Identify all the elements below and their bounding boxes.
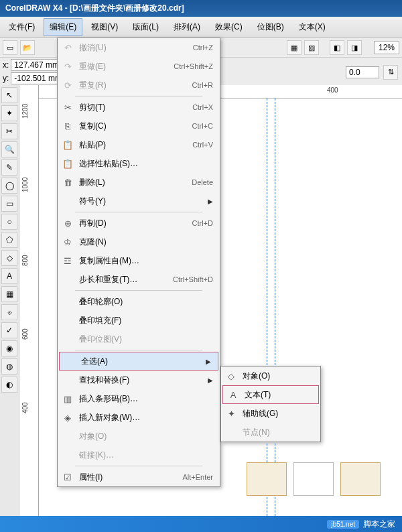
edit-item-6[interactable]: 📋粘贴(P)Ctrl+V bbox=[58, 135, 220, 154]
menu-item-label: 链接(K)… bbox=[75, 450, 213, 461]
pick-tool-icon[interactable]: ↖ bbox=[1, 87, 17, 103]
edit-item-9[interactable]: 符号(Y)▶ bbox=[58, 192, 220, 210]
open-icon[interactable]: 📂 bbox=[20, 40, 35, 55]
selectall-item-1[interactable]: A文本(T) bbox=[222, 385, 319, 404]
edit-item-8[interactable]: 🗑删除(L)Delete bbox=[58, 173, 220, 192]
menu-item-label: 符号(Y) bbox=[75, 196, 208, 207]
edit-item-20[interactable]: 全选(A)▶ bbox=[59, 352, 218, 371]
menu-item-icon: ☲ bbox=[60, 256, 75, 266]
edit-item-0: ↶撤消(U)Ctrl+Z bbox=[58, 38, 220, 57]
outline-tool-icon[interactable]: ◉ bbox=[1, 340, 17, 356]
menu-item-label: 全选(A) bbox=[77, 356, 206, 367]
menu-item-label: 对象(O) bbox=[75, 431, 213, 442]
edit-item-21[interactable]: 查找和替换(F)▶ bbox=[58, 371, 220, 389]
edit-item-25: 链接(K)… bbox=[58, 446, 220, 464]
edit-item-18: 叠印位图(V) bbox=[58, 330, 220, 348]
menu-edit[interactable]: 编辑(E) bbox=[44, 18, 82, 36]
tb-b-icon[interactable]: ▨ bbox=[304, 40, 319, 55]
vertical-ruler: 1200 1000 800 600 400 bbox=[20, 85, 39, 516]
menu-arrange[interactable]: 排列(A) bbox=[168, 18, 206, 36]
menu-item-label: 删除(L) bbox=[75, 177, 192, 188]
edit-item-4[interactable]: ✂剪切(T)Ctrl+X bbox=[58, 98, 220, 117]
artwork-thumb[interactable] bbox=[247, 462, 287, 496]
menu-item-label: 再制(D) bbox=[75, 218, 192, 229]
menu-view[interactable]: 视图(V) bbox=[85, 18, 124, 36]
edit-item-16[interactable]: 叠印轮廓(O) bbox=[58, 292, 220, 311]
edit-item-14[interactable]: 步长和重复(T)…Ctrl+Shift+D bbox=[58, 270, 220, 289]
fill-tool-icon[interactable]: ◍ bbox=[1, 358, 17, 375]
shape-tool-icon[interactable]: ✦ bbox=[1, 105, 17, 121]
menu-item-label: 重做(E) bbox=[75, 61, 174, 72]
tb-d-icon[interactable]: ◨ bbox=[347, 40, 362, 55]
zoom-combo[interactable]: 12% bbox=[374, 41, 399, 54]
table-tool-icon[interactable]: ▦ bbox=[1, 286, 17, 302]
menu-layout[interactable]: 版面(L) bbox=[127, 18, 165, 36]
edit-item-2: ⟳重复(R)Ctrl+R bbox=[58, 76, 220, 94]
edit-item-13[interactable]: ☲复制属性自(M)… bbox=[58, 251, 220, 270]
menu-item-label: 选择性粘贴(S)… bbox=[75, 158, 213, 170]
artwork-thumb[interactable] bbox=[293, 462, 334, 496]
menu-item-shortcut: Ctrl+Shift+Z bbox=[174, 62, 213, 70]
menu-bitmap[interactable]: 位图(B) bbox=[251, 18, 290, 36]
menu-text[interactable]: 文本(X) bbox=[293, 18, 332, 36]
selectall-item-0[interactable]: ◇对象(O) bbox=[221, 367, 320, 385]
menu-item-icon: 📋 bbox=[60, 159, 75, 169]
eyedropper-icon[interactable]: ✓ bbox=[1, 322, 17, 338]
stepper-icon[interactable]: ⇅ bbox=[383, 65, 398, 80]
tb-c-icon[interactable]: ◧ bbox=[330, 40, 344, 55]
title-bar: CorelDRAW X4 - [D:\画册文件夹\画册修改20.cdr] bbox=[0, 0, 402, 17]
value-input[interactable]: 0.0 bbox=[346, 66, 379, 78]
menu-item-shortcut: Ctrl+Shift+D bbox=[173, 275, 213, 283]
edit-item-17[interactable]: 叠印填充(F) bbox=[58, 311, 220, 330]
menu-item-icon: ◇ bbox=[224, 371, 239, 381]
menu-item-label: 属性(I) bbox=[75, 472, 182, 483]
menu-item-icon: ↶ bbox=[60, 43, 75, 53]
edit-item-27[interactable]: ☑属性(I)Alt+Enter bbox=[58, 468, 220, 486]
menu-item-label: 复制属性自(M)… bbox=[75, 255, 213, 267]
new-icon[interactable]: ▭ bbox=[3, 40, 17, 55]
menu-item-shortcut: Ctrl+R bbox=[192, 81, 213, 89]
text-tool-icon[interactable]: A bbox=[1, 268, 17, 284]
polygon-tool-icon[interactable]: ⬠ bbox=[1, 232, 17, 248]
x-input[interactable]: 127.467 mm bbox=[11, 59, 62, 71]
menu-item-icon: ⟳ bbox=[60, 80, 75, 90]
menu-item-icon: 📋 bbox=[60, 140, 75, 150]
edit-item-22[interactable]: ▥插入条形码(B)… bbox=[58, 389, 220, 408]
tb-a-icon[interactable]: ▦ bbox=[287, 40, 302, 55]
menu-effects[interactable]: 效果(C) bbox=[209, 18, 249, 36]
freehand-tool-icon[interactable]: ✎ bbox=[1, 159, 17, 176]
menu-item-icon: ✂ bbox=[60, 103, 75, 113]
blend-tool-icon[interactable]: ⟐ bbox=[1, 304, 17, 320]
edit-item-11[interactable]: ⊕再制(D)Ctrl+D bbox=[58, 214, 220, 232]
zoom-tool-icon[interactable]: 🔍 bbox=[1, 141, 17, 157]
edit-dropdown: ↶撤消(U)Ctrl+Z↷重做(E)Ctrl+Shift+Z⟳重复(R)Ctrl… bbox=[57, 38, 220, 487]
ellipse-tool-icon[interactable]: ○ bbox=[1, 214, 17, 230]
smart-tool-icon[interactable]: ◯ bbox=[1, 178, 17, 194]
menu-item-label: 叠印轮廓(O) bbox=[75, 296, 213, 308]
y-label: y: bbox=[3, 74, 9, 83]
edit-item-23[interactable]: ◈插入新对象(W)… bbox=[58, 408, 220, 427]
select-all-submenu: ◇对象(O)A文本(T)✦辅助线(G)节点(N) bbox=[220, 366, 321, 442]
selectall-item-2[interactable]: ✦辅助线(G) bbox=[221, 404, 320, 423]
guide-line[interactable] bbox=[275, 98, 275, 516]
crop-tool-icon[interactable]: ✂ bbox=[1, 123, 17, 139]
artwork-thumb[interactable] bbox=[340, 462, 381, 496]
menu-item-icon: A bbox=[226, 390, 241, 400]
menu-item-shortcut: Ctrl+X bbox=[192, 103, 213, 111]
edit-item-12[interactable]: ♔克隆(N) bbox=[58, 232, 220, 251]
menu-file[interactable]: 文件(F) bbox=[3, 18, 41, 36]
menu-separator bbox=[75, 466, 202, 466]
basic-shape-icon[interactable]: ◇ bbox=[1, 250, 17, 266]
edit-item-24: 对象(O) bbox=[58, 427, 220, 446]
menu-item-label: 重复(R) bbox=[75, 80, 192, 91]
menu-item-label: 插入条形码(B)… bbox=[75, 393, 213, 405]
submenu-arrow-icon: ▶ bbox=[206, 358, 211, 365]
menu-item-label: 叠印位图(V) bbox=[75, 334, 213, 345]
rect-tool-icon[interactable]: ▭ bbox=[1, 196, 17, 212]
menu-item-icon: 🗑 bbox=[60, 178, 75, 188]
menu-item-icon: ✦ bbox=[224, 409, 239, 419]
edit-item-5[interactable]: ⎘复制(C)Ctrl+C bbox=[58, 117, 220, 135]
guide-line[interactable] bbox=[267, 98, 267, 516]
interactive-fill-icon[interactable]: ◐ bbox=[1, 377, 17, 393]
edit-item-7[interactable]: 📋选择性粘贴(S)… bbox=[58, 154, 220, 173]
